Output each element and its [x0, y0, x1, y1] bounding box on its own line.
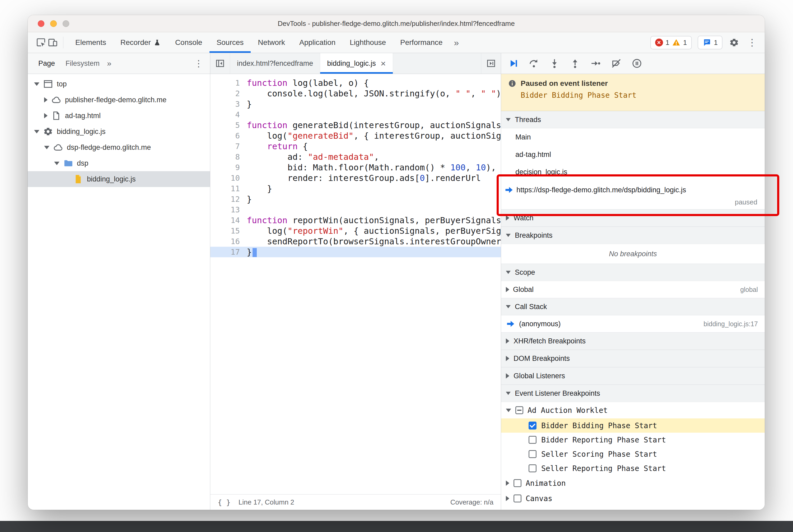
expander-down-icon[interactable]	[54, 162, 59, 165]
tree-item-dsp-fledge-demo-glitch-me[interactable]: dsp-fledge-demo.glitch.me	[28, 139, 210, 155]
device-toolbar-icon[interactable]	[47, 37, 58, 48]
expander-down-icon[interactable]	[34, 130, 39, 133]
tab-recorder[interactable]: Recorder	[113, 32, 168, 53]
checkbox-unchecked[interactable]	[529, 464, 536, 472]
expander-down-icon[interactable]	[506, 271, 511, 274]
editor-tab-bidding-logic-js[interactable]: bidding_logic.js×	[320, 53, 393, 74]
call-stack-item-anonymous[interactable]: (anonymous)bidding_logic.js:17	[501, 316, 765, 332]
thread-item-ad-tag-html[interactable]: ad-tag.html	[501, 146, 765, 163]
thread-item-main[interactable]: Main	[501, 128, 765, 146]
section-header-scope[interactable]: Scope	[501, 264, 765, 281]
tab-network[interactable]: Network	[251, 32, 292, 53]
thread-item-current[interactable]: https://dsp-fledge-demo.glitch.me/dsp/bi…	[501, 181, 765, 209]
expander-down-icon[interactable]	[44, 146, 50, 149]
line-number[interactable]: 2	[210, 88, 247, 99]
close-tab-icon[interactable]: ×	[381, 59, 386, 68]
more-panels-icon[interactable]: »	[450, 38, 463, 48]
tab-sources[interactable]: Sources	[209, 32, 251, 53]
line-number[interactable]: 3	[210, 99, 247, 109]
section-header-global-listeners[interactable]: Global Listeners	[501, 367, 765, 385]
expander-right-icon[interactable]	[506, 373, 509, 379]
listener-item-bidder-reporting-phase-start[interactable]: Bidder Reporting Phase Start	[501, 433, 765, 447]
tree-item-ad-tag-html[interactable]: ad-tag.html	[28, 108, 210, 124]
line-number[interactable]: 13	[210, 205, 247, 215]
section-header-breakpoints[interactable]: Breakpoints	[501, 227, 765, 244]
expander-right-icon[interactable]	[506, 215, 509, 221]
line-number[interactable]: 11	[210, 183, 247, 194]
tab-elements[interactable]: Elements	[68, 32, 113, 53]
tab-lighthouse[interactable]: Lighthouse	[343, 32, 393, 53]
tree-item-publisher-fledge-demo-glitch-me[interactable]: publisher-fledge-demo.glitch.me	[28, 92, 210, 108]
close-window-button[interactable]	[38, 20, 44, 27]
deactivate-breakpoints-icon[interactable]	[611, 58, 622, 69]
more-navigator-tabs-icon[interactable]: »	[105, 59, 114, 68]
checkbox-unchecked[interactable]	[513, 494, 522, 502]
expander-down-icon[interactable]	[506, 234, 511, 237]
line-number[interactable]: 8	[210, 152, 247, 162]
expander-down-icon[interactable]	[506, 118, 511, 121]
scope-item-global[interactable]: Globalglobal	[501, 281, 765, 298]
step-into-icon[interactable]	[549, 58, 560, 69]
tab-performance[interactable]: Performance	[393, 32, 450, 53]
line-number[interactable]: 6	[210, 131, 247, 141]
inspect-element-icon[interactable]	[35, 37, 47, 48]
line-number[interactable]: 4	[210, 109, 247, 120]
settings-gear-icon[interactable]	[728, 37, 740, 48]
checkbox-unchecked[interactable]	[529, 436, 536, 444]
tree-item-bidding-logic-js[interactable]: bidding_logic.js	[28, 124, 210, 139]
section-header-call-stack[interactable]: Call Stack	[501, 298, 765, 316]
zoom-window-button[interactable]	[62, 20, 69, 27]
listener-item-seller-reporting-phase-start[interactable]: Seller Reporting Phase Start	[501, 461, 765, 475]
section-header-event-listener-breakpoints[interactable]: Event Listener Breakpoints	[501, 385, 765, 402]
listener-group-ad-auction-worklet[interactable]: Ad Auction Worklet	[501, 402, 765, 418]
line-number[interactable]: 12	[210, 194, 247, 205]
open-next-editor-icon[interactable]	[481, 53, 501, 74]
line-number[interactable]: 14	[210, 215, 247, 226]
tab-application[interactable]: Application	[292, 32, 343, 53]
listener-item-seller-scoring-phase-start[interactable]: Seller Scoring Phase Start	[501, 447, 765, 461]
navigator-tab-filesystem[interactable]: Filesystem	[60, 53, 105, 74]
section-header-watch[interactable]: Watch	[501, 209, 765, 227]
expander-down-icon[interactable]	[506, 305, 511, 308]
expander-right-icon[interactable]	[506, 338, 509, 344]
line-number[interactable]: 1	[210, 78, 247, 88]
checkbox-unchecked[interactable]	[513, 479, 522, 487]
navigator-tab-page[interactable]: Page	[33, 53, 60, 74]
issues-badge[interactable]: 1	[698, 36, 722, 50]
step-out-icon[interactable]	[570, 58, 580, 69]
resume-icon[interactable]	[508, 58, 518, 69]
line-number[interactable]: 17	[210, 247, 247, 257]
code-editor[interactable]: 1function log(label, o) {2 console.log(l…	[210, 74, 501, 494]
step-over-icon[interactable]	[529, 58, 539, 69]
expander-right-icon[interactable]	[44, 113, 48, 118]
overflow-menu-icon[interactable]: ⋮	[746, 37, 758, 48]
expander-down-icon[interactable]	[506, 392, 511, 395]
expander-down-icon[interactable]	[34, 82, 39, 86]
line-number[interactable]: 10	[210, 173, 247, 183]
checkbox-indeterminate[interactable]	[515, 406, 523, 414]
minimize-window-button[interactable]	[50, 20, 57, 27]
checkbox-unchecked[interactable]	[529, 450, 536, 458]
expander-right-icon[interactable]	[506, 496, 509, 501]
section-header-threads[interactable]: Threads	[501, 111, 765, 128]
expander-right-icon[interactable]	[506, 356, 509, 361]
toggle-navigator-icon[interactable]	[210, 53, 230, 74]
section-header-dom-breakpoints[interactable]: DOM Breakpoints	[501, 350, 765, 367]
listener-group-animation[interactable]: Animation	[501, 475, 765, 491]
section-header-xhr-fetch-breakpoints[interactable]: XHR/fetch Breakpoints	[501, 332, 765, 350]
expander-right-icon[interactable]	[44, 97, 48, 102]
tree-item-dsp[interactable]: dsp	[28, 155, 210, 171]
line-number[interactable]: 9	[210, 162, 247, 173]
expander-right-icon[interactable]	[506, 480, 509, 486]
editor-tab-index-html-fencedframe[interactable]: index.html?fencedframe	[230, 53, 320, 74]
expander-down-icon[interactable]	[506, 408, 511, 412]
checkbox-checked[interactable]	[529, 422, 536, 430]
console-errors-warnings-badge[interactable]: × 1 1	[650, 36, 692, 50]
tree-item-top[interactable]: top	[28, 76, 210, 92]
line-number[interactable]: 15	[210, 226, 247, 236]
pause-on-exceptions-icon[interactable]	[631, 58, 642, 69]
line-number[interactable]: 7	[210, 141, 247, 152]
expander-right-icon[interactable]	[506, 287, 509, 292]
thread-item-decision-logic-js[interactable]: decision_logic.js	[501, 163, 765, 181]
navigator-menu-icon[interactable]: ⋮	[193, 58, 205, 69]
